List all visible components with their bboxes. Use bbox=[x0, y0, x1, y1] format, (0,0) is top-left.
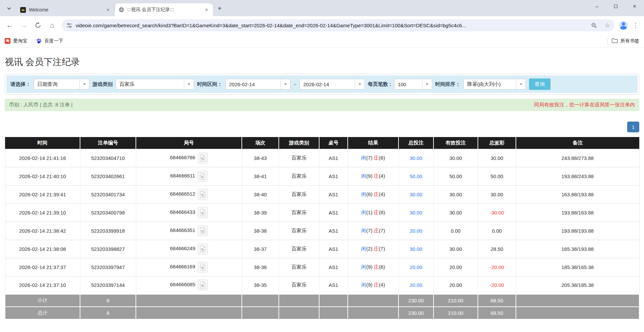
table-row: 2026-02-14 21:38:42 523203399918 6846663… bbox=[5, 222, 639, 240]
cell-game-type: 百家乐 bbox=[279, 203, 319, 222]
per-page-select[interactable]: 100 bbox=[394, 79, 432, 90]
back-icon[interactable]: ← bbox=[3, 19, 16, 32]
bookmarks-divider bbox=[607, 38, 608, 44]
query-button[interactable]: 查询 bbox=[529, 78, 551, 90]
pagination-page-1-top[interactable]: 1 bbox=[627, 122, 639, 132]
chevron-down-icon bbox=[184, 79, 194, 89]
cell-table-no: AS1 bbox=[319, 167, 348, 185]
browser-window: Welcome × :::视讯 会员下注纪录::: × + ─ × ← → ⌂ … bbox=[0, 0, 644, 332]
folder-icon bbox=[612, 38, 618, 43]
cell-valid-bet: 30.00 bbox=[433, 203, 478, 222]
bookmark-star-icon[interactable]: ☆ bbox=[602, 20, 612, 30]
cell-round-id: 684666351 bbox=[136, 222, 242, 240]
globe-favicon-icon bbox=[119, 7, 124, 12]
address-bar[interactable]: videoie.com/game/betrecord_search/kind3?… bbox=[62, 19, 614, 31]
total-bet-link[interactable]: 30.00 bbox=[410, 246, 422, 252]
summary-cell bbox=[136, 307, 242, 319]
reload-icon[interactable] bbox=[32, 19, 44, 32]
tab-welcome[interactable]: Welcome × bbox=[16, 3, 114, 16]
close-button[interactable]: × bbox=[625, 0, 644, 13]
video-replay-icon[interactable] bbox=[198, 189, 208, 200]
cell-session: 38-38 bbox=[242, 222, 279, 240]
site-settings-icon[interactable] bbox=[67, 23, 72, 28]
home-icon[interactable]: ⌂ bbox=[46, 19, 59, 32]
cell-game-type: 百家乐 bbox=[279, 185, 319, 203]
total-bet-link[interactable]: 30.00 bbox=[410, 192, 422, 197]
summary-cell: 210.00 bbox=[433, 307, 478, 319]
cell-result: 闲(2) 庄(7) bbox=[348, 240, 399, 258]
cell-remark: 205.38/185.38 bbox=[516, 276, 639, 294]
cell-payout: -20.00 bbox=[478, 276, 516, 294]
cell-table-no: AS1 bbox=[319, 222, 348, 240]
currency-summary-text: 币别 : 人民币 | 总共 :8 注单 | bbox=[9, 102, 73, 108]
cell-valid-bet: 20.00 bbox=[433, 258, 478, 276]
query-type-select[interactable]: 日期查询 bbox=[34, 79, 89, 90]
video-replay-icon[interactable] bbox=[198, 225, 208, 236]
sort-select[interactable]: 降幂(由大到小) bbox=[463, 79, 526, 90]
total-bet-link[interactable]: 50.00 bbox=[410, 173, 422, 179]
video-replay-icon[interactable] bbox=[197, 171, 207, 182]
cell-session: 38-37 bbox=[242, 240, 279, 258]
url-text[interactable]: videoie.com/game/betrecord_search/kind3?… bbox=[76, 23, 585, 28]
video-replay-icon[interactable] bbox=[198, 262, 208, 273]
tab-search-chevron-icon[interactable] bbox=[4, 3, 14, 13]
video-replay-icon[interactable] bbox=[198, 279, 208, 291]
game-kind-select[interactable]: 百家乐 bbox=[116, 79, 194, 90]
cell-round-id: 684666433 bbox=[136, 203, 242, 222]
forward-icon[interactable]: → bbox=[17, 19, 30, 32]
new-tab-button[interactable]: + bbox=[215, 4, 224, 13]
cell-table-no: AS1 bbox=[319, 240, 348, 258]
date-start-select[interactable]: 2026-02-14 bbox=[225, 79, 291, 90]
summary-cell bbox=[242, 307, 279, 319]
table-row: 2026-02-14 21:40:10 523203402661 6846666… bbox=[5, 167, 639, 185]
all-bookmarks[interactable]: 所有书签 bbox=[612, 38, 639, 44]
cell-table-no: AS1 bbox=[319, 185, 348, 203]
bookmark-baidu[interactable]: 百度一下 bbox=[36, 38, 63, 44]
tab-betrecord[interactable]: :::视讯 会员下注纪录::: × bbox=[115, 3, 213, 16]
summary-cell: 8 bbox=[80, 307, 136, 319]
browser-menu-icon[interactable]: ⋮ bbox=[631, 20, 641, 30]
video-replay-icon[interactable] bbox=[198, 153, 208, 164]
bookmark-aitaobao[interactable]: 淘 爱淘宝 bbox=[5, 38, 27, 44]
column-header: 游戏类别 bbox=[279, 137, 319, 149]
table-body: 2026-02-14 21:41:16 523203404710 6846667… bbox=[5, 149, 639, 294]
tab-close-icon[interactable]: × bbox=[105, 7, 111, 13]
cell-session: 38-41 bbox=[242, 167, 279, 185]
summary-cell: 210.00 bbox=[433, 294, 478, 307]
column-header: 场次 bbox=[242, 137, 279, 149]
game-kind-label: 游戏类别 bbox=[92, 81, 113, 88]
per-page-label: 每页笔数 : bbox=[368, 81, 391, 88]
minimize-button[interactable]: ─ bbox=[588, 0, 606, 13]
cell-time: 2026-02-14 21:38:42 bbox=[5, 222, 80, 240]
date-end-select[interactable]: 2026-02-14 bbox=[300, 79, 365, 90]
summary-row: 总计8230.00210.0068.50 bbox=[5, 307, 639, 319]
cell-time: 2026-02-14 21:39:10 bbox=[5, 203, 80, 222]
total-bet-link[interactable]: 30.00 bbox=[410, 155, 422, 161]
cell-valid-bet: 30.00 bbox=[433, 240, 478, 258]
maximize-button[interactable] bbox=[606, 0, 625, 13]
date-range-label: 时间区间： bbox=[197, 81, 222, 88]
select-label: 请选择： bbox=[10, 81, 31, 88]
profile-avatar[interactable] bbox=[618, 20, 629, 31]
cell-remark: 193.88/193.88 bbox=[516, 222, 639, 240]
total-bet-link[interactable]: 20.00 bbox=[410, 228, 422, 234]
tab-close-icon[interactable]: × bbox=[203, 7, 210, 13]
cell-table-no: AS1 bbox=[319, 203, 348, 222]
cell-round-id: 684666512 bbox=[136, 185, 242, 203]
summary-row: 小计8230.00210.0068.50 bbox=[5, 294, 639, 307]
cell-game-type: 百家乐 bbox=[279, 149, 319, 167]
video-replay-icon[interactable] bbox=[198, 243, 208, 255]
column-header: 总投注 bbox=[399, 137, 433, 149]
cell-total-bet: 20.00 bbox=[399, 276, 433, 294]
summary-cell bbox=[319, 307, 348, 319]
total-bet-link[interactable]: 20.00 bbox=[410, 264, 422, 270]
cell-payout: 50.00 bbox=[478, 167, 516, 185]
cell-round-id: 684666085 bbox=[136, 276, 242, 294]
total-bet-link[interactable]: 30.00 bbox=[410, 210, 422, 215]
total-bet-link[interactable]: 20.00 bbox=[410, 282, 422, 288]
video-replay-icon[interactable] bbox=[198, 207, 208, 218]
summary-cell: 总计 bbox=[5, 307, 80, 319]
summary-cell bbox=[516, 294, 639, 307]
cell-total-bet: 20.00 bbox=[399, 258, 433, 276]
zoom-icon[interactable] bbox=[589, 20, 599, 30]
